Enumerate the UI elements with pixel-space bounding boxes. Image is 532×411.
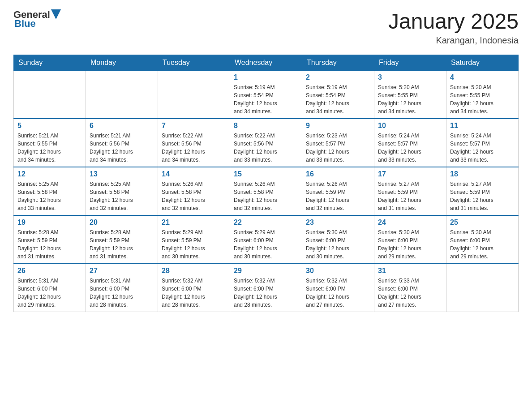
day-number: 23 [306,218,370,227]
calendar-cell: 11Sunrise: 5:24 AMSunset: 5:57 PMDayligh… [446,119,519,167]
calendar-cell: 14Sunrise: 5:26 AMSunset: 5:58 PMDayligh… [158,167,230,215]
calendar-week-row: 19Sunrise: 5:28 AMSunset: 5:59 PMDayligh… [14,215,519,264]
calendar-cell: 3Sunrise: 5:20 AMSunset: 5:55 PMDaylight… [374,71,446,119]
col-tuesday: Tuesday [158,55,230,71]
day-number: 16 [306,170,370,178]
day-info: Sunrise: 5:30 AMSunset: 6:00 PMDaylight:… [306,228,370,261]
day-info: Sunrise: 5:21 AMSunset: 5:56 PMDaylight:… [90,132,154,164]
calendar-cell: 7Sunrise: 5:22 AMSunset: 5:56 PMDaylight… [158,119,230,167]
calendar-cell: 27Sunrise: 5:31 AMSunset: 6:00 PMDayligh… [86,264,158,312]
day-number: 30 [306,267,370,275]
calendar-cell [446,264,519,312]
day-info: Sunrise: 5:29 AMSunset: 5:59 PMDaylight:… [162,228,226,261]
day-info: Sunrise: 5:25 AMSunset: 5:58 PMDaylight:… [17,180,82,212]
day-info: Sunrise: 5:25 AMSunset: 5:58 PMDaylight:… [90,180,154,212]
day-number: 8 [234,122,298,130]
day-number: 7 [162,122,226,130]
day-info: Sunrise: 5:20 AMSunset: 5:55 PMDaylight:… [450,83,515,116]
day-number: 19 [17,218,82,227]
calendar-week-row: 12Sunrise: 5:25 AMSunset: 5:58 PMDayligh… [14,167,519,215]
calendar-cell: 25Sunrise: 5:30 AMSunset: 6:00 PMDayligh… [446,215,519,264]
calendar-cell: 29Sunrise: 5:32 AMSunset: 6:00 PMDayligh… [230,264,302,312]
col-friday: Friday [374,55,446,71]
svg-marker-0 [51,9,61,19]
day-number: 12 [17,170,82,178]
day-info: Sunrise: 5:21 AMSunset: 5:55 PMDaylight:… [17,132,82,164]
day-number: 4 [450,73,515,81]
calendar-cell: 24Sunrise: 5:30 AMSunset: 6:00 PMDayligh… [374,215,446,264]
calendar-cell: 4Sunrise: 5:20 AMSunset: 5:55 PMDaylight… [446,71,519,119]
day-info: Sunrise: 5:30 AMSunset: 6:00 PMDaylight:… [450,228,515,261]
day-number: 9 [306,122,370,130]
day-info: Sunrise: 5:26 AMSunset: 5:59 PMDaylight:… [306,180,370,212]
logo-blue-text: Blue [14,18,36,30]
calendar-cell: 13Sunrise: 5:25 AMSunset: 5:58 PMDayligh… [86,167,158,215]
month-title: January 2025 [388,9,519,34]
col-sunday: Sunday [14,55,86,71]
day-number: 27 [90,267,154,275]
day-info: Sunrise: 5:24 AMSunset: 5:57 PMDaylight:… [378,132,442,164]
day-number: 28 [162,267,226,275]
col-monday: Monday [86,55,158,71]
calendar-cell: 5Sunrise: 5:21 AMSunset: 5:55 PMDaylight… [14,119,86,167]
day-info: Sunrise: 5:32 AMSunset: 6:00 PMDaylight:… [234,277,298,309]
day-info: Sunrise: 5:27 AMSunset: 5:59 PMDaylight:… [378,180,442,212]
day-info: Sunrise: 5:28 AMSunset: 5:59 PMDaylight:… [17,228,82,261]
col-thursday: Thursday [302,55,374,71]
day-info: Sunrise: 5:33 AMSunset: 6:00 PMDaylight:… [378,277,442,309]
calendar-cell: 9Sunrise: 5:23 AMSunset: 5:57 PMDaylight… [302,119,374,167]
day-number: 11 [450,122,515,130]
day-number: 2 [306,73,370,81]
calendar-cell [86,71,158,119]
day-number: 31 [378,267,442,275]
day-info: Sunrise: 5:31 AMSunset: 6:00 PMDaylight:… [17,277,82,309]
day-number: 5 [17,122,82,130]
calendar-cell: 20Sunrise: 5:28 AMSunset: 5:59 PMDayligh… [86,215,158,264]
calendar-cell: 10Sunrise: 5:24 AMSunset: 5:57 PMDayligh… [374,119,446,167]
day-number: 21 [162,218,226,227]
day-info: Sunrise: 5:32 AMSunset: 6:00 PMDaylight:… [306,277,370,309]
calendar-cell: 18Sunrise: 5:27 AMSunset: 5:59 PMDayligh… [446,167,519,215]
day-info: Sunrise: 5:28 AMSunset: 5:59 PMDaylight:… [90,228,154,261]
day-info: Sunrise: 5:29 AMSunset: 6:00 PMDaylight:… [234,228,298,261]
calendar-cell: 30Sunrise: 5:32 AMSunset: 6:00 PMDayligh… [302,264,374,312]
calendar-cell: 16Sunrise: 5:26 AMSunset: 5:59 PMDayligh… [302,167,374,215]
day-info: Sunrise: 5:26 AMSunset: 5:58 PMDaylight:… [234,180,298,212]
calendar-cell: 31Sunrise: 5:33 AMSunset: 6:00 PMDayligh… [374,264,446,312]
logo-triangle-icon [51,9,61,19]
calendar-cell: 28Sunrise: 5:32 AMSunset: 6:00 PMDayligh… [158,264,230,312]
day-info: Sunrise: 5:19 AMSunset: 5:54 PMDaylight:… [306,83,370,116]
day-number: 13 [90,170,154,178]
day-info: Sunrise: 5:27 AMSunset: 5:59 PMDaylight:… [450,180,515,212]
day-number: 15 [234,170,298,178]
location: Karangan, Indonesia [388,35,519,46]
day-number: 1 [234,73,298,81]
calendar-cell: 26Sunrise: 5:31 AMSunset: 6:00 PMDayligh… [14,264,86,312]
calendar-cell: 12Sunrise: 5:25 AMSunset: 5:58 PMDayligh… [14,167,86,215]
calendar-week-row: 5Sunrise: 5:21 AMSunset: 5:55 PMDaylight… [14,119,519,167]
logo: General Blue [13,9,61,30]
calendar-table: Sunday Monday Tuesday Wednesday Thursday… [13,55,519,312]
calendar-cell: 21Sunrise: 5:29 AMSunset: 5:59 PMDayligh… [158,215,230,264]
day-info: Sunrise: 5:20 AMSunset: 5:55 PMDaylight:… [378,83,442,116]
day-number: 17 [378,170,442,178]
day-info: Sunrise: 5:26 AMSunset: 5:58 PMDaylight:… [162,180,226,212]
calendar-cell: 22Sunrise: 5:29 AMSunset: 6:00 PMDayligh… [230,215,302,264]
day-number: 26 [17,267,82,275]
calendar-cell: 17Sunrise: 5:27 AMSunset: 5:59 PMDayligh… [374,167,446,215]
day-info: Sunrise: 5:31 AMSunset: 6:00 PMDaylight:… [90,277,154,309]
day-number: 14 [162,170,226,178]
day-number: 25 [450,218,515,227]
calendar-cell: 15Sunrise: 5:26 AMSunset: 5:58 PMDayligh… [230,167,302,215]
day-info: Sunrise: 5:22 AMSunset: 5:56 PMDaylight:… [162,132,226,164]
day-number: 6 [90,122,154,130]
calendar-header-row: Sunday Monday Tuesday Wednesday Thursday… [14,55,519,71]
day-info: Sunrise: 5:32 AMSunset: 6:00 PMDaylight:… [162,277,226,309]
day-info: Sunrise: 5:22 AMSunset: 5:56 PMDaylight:… [234,132,298,164]
col-saturday: Saturday [446,55,519,71]
calendar-week-row: 26Sunrise: 5:31 AMSunset: 6:00 PMDayligh… [14,264,519,312]
col-wednesday: Wednesday [230,55,302,71]
day-number: 20 [90,218,154,227]
day-number: 29 [234,267,298,275]
day-info: Sunrise: 5:24 AMSunset: 5:57 PMDaylight:… [450,132,515,164]
